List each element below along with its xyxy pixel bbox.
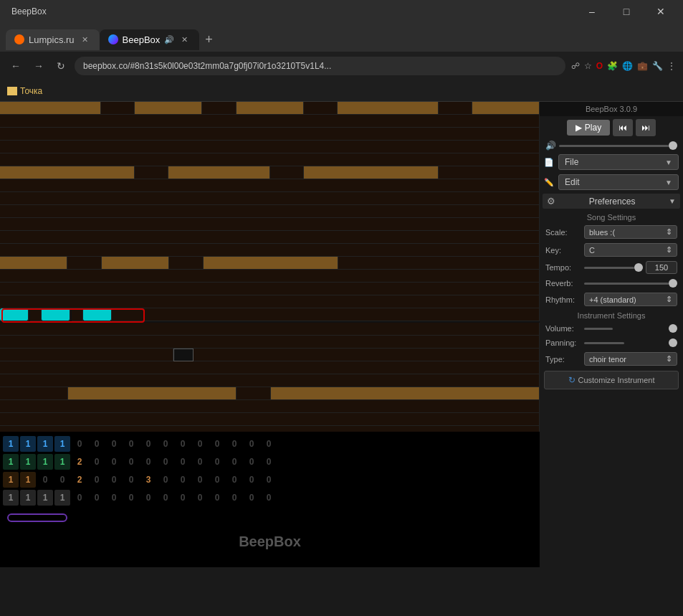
track-cell[interactable] (169, 257, 204, 270)
track-cell[interactable] (0, 387, 68, 400)
forward-button[interactable]: → (30, 58, 47, 74)
track-cell[interactable] (168, 166, 269, 179)
seq-cell[interactable]: 0 (158, 436, 173, 452)
track-cell[interactable] (135, 166, 169, 179)
seq-cell[interactable]: 0 (192, 472, 208, 488)
panning-slider[interactable] (584, 338, 677, 348)
back-button[interactable]: ← (7, 58, 24, 74)
seq-cell[interactable]: 1 (37, 436, 53, 452)
rewind-button[interactable]: ⏮ (613, 119, 633, 136)
track-cell[interactable] (439, 102, 473, 115)
track-cell[interactable] (0, 166, 135, 179)
refresh-button[interactable]: ↻ (53, 58, 69, 74)
volume-slider[interactable] (559, 141, 677, 151)
track-cell[interactable] (304, 166, 439, 179)
seq-cell[interactable]: 0 (175, 454, 191, 470)
seq-cell[interactable]: 0 (175, 436, 191, 452)
track-cell[interactable] (0, 270, 540, 283)
menu-icon[interactable]: ⋮ (667, 61, 676, 71)
extensions-icon[interactable]: 🧩 (607, 61, 618, 71)
track-cell[interactable] (0, 205, 540, 218)
seq-cell[interactable]: 0 (123, 454, 139, 470)
tempo-slider-thumb[interactable] (634, 263, 643, 272)
seq-cell[interactable]: 0 (72, 436, 87, 452)
seq-cell[interactable]: 0 (72, 490, 87, 506)
inst-volume-slider[interactable] (584, 323, 677, 333)
track-cell[interactable] (237, 102, 304, 115)
track-cell[interactable] (237, 387, 271, 400)
seq-cell[interactable]: 0 (123, 436, 139, 452)
seq-cell[interactable]: 0 (244, 436, 259, 452)
track-cell[interactable] (0, 361, 540, 374)
bookmark-star-icon[interactable]: ☆ (584, 61, 592, 71)
seq-cell[interactable]: 0 (140, 436, 156, 452)
track-cell[interactable] (0, 336, 540, 349)
track-cell[interactable] (0, 257, 67, 270)
seq-cell[interactable]: 0 (89, 490, 105, 506)
seq-cell[interactable]: 0 (261, 472, 277, 488)
seq-cell[interactable]: 0 (226, 472, 242, 488)
track-cell[interactable] (0, 153, 540, 166)
seq-cell[interactable]: 0 (209, 472, 225, 488)
close-window-button[interactable]: ✕ (644, 0, 677, 23)
track-cell[interactable] (67, 257, 102, 270)
seq-cell[interactable]: 1 (3, 436, 19, 452)
seq-cell[interactable]: 0 (106, 490, 122, 506)
track-cell[interactable] (0, 231, 540, 244)
seq-cell[interactable]: 0 (158, 454, 173, 470)
puzzle-icon[interactable]: 🔧 (652, 61, 663, 71)
seq-cell[interactable]: 0 (192, 490, 208, 506)
seq-cell[interactable]: 0 (209, 490, 225, 506)
track-cell[interactable] (0, 141, 540, 153)
edit-dropdown[interactable]: Edit ▼ (558, 174, 679, 190)
seq-cell[interactable]: 0 (261, 436, 277, 452)
track-cell[interactable] (0, 374, 540, 387)
seq-cell[interactable]: 1 (54, 490, 70, 506)
type-select[interactable]: choir tenor ⇕ (584, 352, 677, 366)
preferences-row[interactable]: ⚙ Preferences ▼ (543, 194, 680, 209)
seq-cell[interactable]: 1 (20, 436, 36, 452)
seq-cell[interactable]: 1 (3, 454, 19, 470)
seq-cell[interactable]: 1 (3, 472, 19, 488)
seq-cell[interactable]: 0 (106, 472, 122, 488)
cyan-block-3[interactable] (83, 308, 112, 321)
seq-cell[interactable]: 0 (244, 454, 259, 470)
file-dropdown[interactable]: File ▼ (558, 154, 679, 170)
seq-cell[interactable]: 0 (192, 454, 208, 470)
bookmark-tochka[interactable]: Точка (7, 86, 42, 96)
seq-cell[interactable]: 0 (123, 472, 139, 488)
seq-cell[interactable]: 0 (261, 454, 277, 470)
volume-slider-thumb[interactable] (669, 141, 677, 150)
seq-cell[interactable]: 2 (72, 454, 87, 470)
track-cell[interactable] (194, 349, 540, 361)
seq-cell[interactable]: 1 (20, 472, 36, 488)
seq-cell[interactable]: 0 (106, 454, 122, 470)
track-cell[interactable] (0, 115, 540, 128)
new-tab-button[interactable]: + (199, 29, 219, 50)
track-cell[interactable] (439, 166, 540, 179)
seq-cell[interactable]: 1 (37, 454, 53, 470)
track-cell[interactable] (0, 283, 540, 295)
customize-instrument-button[interactable]: ↻ Customize Instrument (544, 371, 679, 389)
track-cell[interactable] (102, 257, 169, 270)
skip-forward-button[interactable]: ⏭ (636, 119, 656, 136)
track-cell[interactable] (0, 179, 540, 192)
globe-icon[interactable]: 🌐 (622, 61, 633, 71)
seq-cell[interactable]: 0 (226, 436, 242, 452)
seq-cell[interactable]: 0 (158, 490, 173, 506)
add-channel-button[interactable] (7, 513, 67, 522)
gray-box-cell[interactable] (173, 349, 194, 361)
track-cell[interactable] (271, 387, 540, 400)
track-cell[interactable] (0, 244, 540, 257)
seq-cell[interactable]: 0 (158, 472, 173, 488)
track-cell-rest[interactable] (112, 308, 540, 321)
track-cell[interactable] (101, 102, 135, 115)
seq-cell[interactable]: 1 (20, 490, 36, 506)
track-cell[interactable] (0, 102, 101, 115)
track-cell-gap2[interactable] (72, 308, 83, 321)
seq-cell[interactable]: 1 (37, 490, 53, 506)
tab-lumpics[interactable]: Lumpics.ru ✕ (6, 29, 100, 50)
seq-cell[interactable]: 0 (54, 472, 70, 488)
cyan-block-1[interactable] (0, 308, 29, 321)
seq-cell[interactable]: 0 (209, 454, 225, 470)
